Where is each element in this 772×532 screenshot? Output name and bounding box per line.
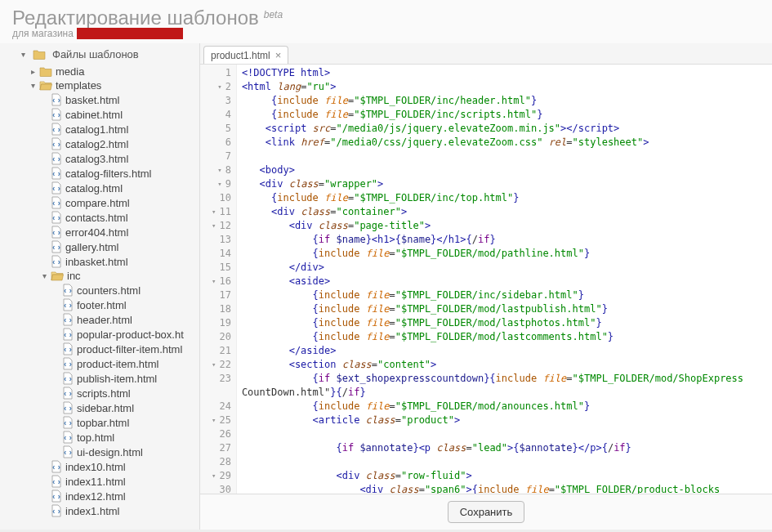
code-editor[interactable]: 1▾234567▾8▾910▾11▾12131415▾161718192021▾… bbox=[200, 65, 772, 494]
tree-item-label: ui-design.html bbox=[77, 446, 143, 458]
tree-item-label: templates bbox=[56, 79, 101, 92]
file-html-icon bbox=[62, 342, 74, 355]
file-tree-sidebar[interactable]: ▾ Файлы шаблонов ▸media▾templatesbasket.… bbox=[0, 43, 200, 530]
file-html-icon bbox=[62, 445, 74, 458]
file-html-icon bbox=[51, 226, 62, 239]
file-html-icon bbox=[51, 504, 62, 517]
file-html-icon bbox=[51, 108, 62, 121]
tree-item-label: contacts.html bbox=[65, 212, 128, 224]
tree-file[interactable]: product-filter-item.html bbox=[0, 342, 199, 356]
tree-file[interactable]: catalog2.html bbox=[0, 136, 199, 151]
tree-file[interactable]: header.html bbox=[0, 312, 199, 327]
tree-item-label: catalog.html bbox=[65, 182, 123, 194]
file-html-icon bbox=[51, 167, 62, 180]
file-html-icon bbox=[51, 460, 62, 473]
tree-item-label: product-item.html bbox=[77, 358, 158, 370]
tree-file[interactable]: footer.html bbox=[0, 297, 199, 312]
tree-file[interactable]: ui-design.html bbox=[0, 445, 199, 459]
tree-item-label: index12.html bbox=[65, 490, 126, 503]
tree-file[interactable]: product-item.html bbox=[0, 356, 199, 371]
tree-item-label: top.html bbox=[77, 431, 114, 444]
folder-icon bbox=[39, 66, 52, 77]
subtitle-text: для магазина bbox=[12, 28, 74, 39]
tree-file[interactable]: publish-item.html bbox=[0, 371, 199, 386]
tree-file[interactable]: gallery.html bbox=[0, 239, 199, 254]
tree-file[interactable]: counters.html bbox=[0, 283, 199, 297]
tree-item-label: index10.html bbox=[65, 461, 126, 473]
collapse-icon[interactable]: ▾ bbox=[18, 50, 28, 60]
close-icon[interactable]: × bbox=[275, 49, 282, 61]
tree-item-label: basket.html bbox=[65, 94, 119, 106]
tree-file[interactable]: index1.html bbox=[0, 503, 199, 518]
tree-file[interactable]: catalog1.html bbox=[0, 122, 199, 136]
tree-item-label: cabinet.html bbox=[65, 109, 123, 121]
tree-file[interactable]: index10.html bbox=[0, 459, 199, 474]
tree-item-label: gallery.html bbox=[65, 241, 119, 253]
editor-footer: Сохранить bbox=[200, 494, 772, 530]
tree-file[interactable]: catalog-filters.html bbox=[0, 166, 199, 181]
page-title: Редактирование шаблонов bbox=[12, 7, 259, 29]
tree-item-label: publish-item.html bbox=[77, 373, 157, 385]
tree-item-label: header.html bbox=[77, 314, 132, 326]
file-html-icon bbox=[62, 313, 74, 326]
tree-file[interactable]: catalog3.html bbox=[0, 151, 199, 166]
tree-file[interactable]: top.html bbox=[0, 430, 199, 445]
collapse-icon[interactable]: ▾ bbox=[39, 271, 49, 281]
tree-file[interactable]: error404.html bbox=[0, 225, 199, 239]
tree-file[interactable]: basket.html bbox=[0, 92, 199, 107]
tree-file[interactable]: topbar.html bbox=[0, 415, 199, 430]
tree-folder[interactable]: ▸media bbox=[0, 65, 199, 78]
tree-item-label: media bbox=[56, 65, 84, 78]
file-html-icon bbox=[62, 328, 74, 341]
tree-item-label: catalog1.html bbox=[65, 123, 128, 136]
editor-tabs: product1.html × bbox=[200, 43, 772, 65]
tree-folder[interactable]: ▾inc bbox=[0, 269, 199, 283]
collapse-icon[interactable]: ▾ bbox=[28, 81, 38, 91]
file-html-icon bbox=[51, 240, 62, 253]
tree-file[interactable]: index12.html bbox=[0, 489, 199, 503]
editor-area: product1.html × 1▾234567▾8▾910▾11▾121314… bbox=[200, 43, 772, 530]
file-html-icon bbox=[62, 357, 74, 370]
tree-file[interactable]: index11.html bbox=[0, 474, 199, 489]
tree-item-label: error404.html bbox=[65, 226, 128, 239]
tree-file[interactable]: inbasket.html bbox=[0, 254, 199, 269]
shop-name-redacted bbox=[77, 28, 183, 39]
file-tree: ▸media▾templatesbasket.htmlcabinet.htmlc… bbox=[0, 65, 199, 518]
tree-file[interactable]: cabinet.html bbox=[0, 107, 199, 122]
file-html-icon bbox=[62, 298, 74, 311]
file-html-icon bbox=[51, 490, 62, 503]
page-header: Редактирование шаблонов beta для магазин… bbox=[0, 0, 772, 43]
tree-root[interactable]: ▾ Файлы шаблонов bbox=[0, 47, 199, 65]
tree-item-label: counters.html bbox=[77, 284, 141, 297]
file-html-icon bbox=[51, 152, 62, 165]
file-html-icon bbox=[62, 401, 74, 414]
file-html-icon bbox=[51, 255, 62, 268]
file-html-icon bbox=[51, 93, 62, 106]
tree-item-label: catalog3.html bbox=[65, 153, 128, 165]
tree-file[interactable]: scripts.html bbox=[0, 386, 199, 400]
tab-product1[interactable]: product1.html × bbox=[203, 46, 288, 64]
code-content[interactable]: <!DOCTYPE html><html lang="ru"> {include… bbox=[237, 65, 748, 494]
tree-file[interactable]: compare.html bbox=[0, 195, 199, 210]
save-button[interactable]: Сохранить bbox=[448, 501, 525, 523]
tree-item-label: compare.html bbox=[65, 197, 130, 209]
tree-file[interactable]: popular-product-box.ht bbox=[0, 327, 199, 342]
tree-file[interactable]: contacts.html bbox=[0, 210, 199, 225]
file-html-icon bbox=[51, 123, 62, 136]
tree-item-label: catalog2.html bbox=[65, 138, 128, 150]
file-html-icon bbox=[51, 181, 62, 194]
file-html-icon bbox=[62, 431, 74, 444]
tree-item-label: inbasket.html bbox=[65, 256, 128, 268]
tree-item-label: scripts.html bbox=[77, 387, 131, 400]
file-html-icon bbox=[51, 211, 62, 224]
file-html-icon bbox=[51, 137, 62, 150]
tree-item-label: index1.html bbox=[65, 505, 119, 517]
tab-label: product1.html bbox=[211, 50, 270, 61]
expand-icon[interactable]: ▸ bbox=[28, 67, 38, 77]
file-html-icon bbox=[51, 196, 62, 209]
tree-file[interactable]: catalog.html bbox=[0, 181, 199, 195]
tree-item-label: footer.html bbox=[77, 299, 127, 311]
folder-open-icon bbox=[51, 270, 64, 281]
tree-folder[interactable]: ▾templates bbox=[0, 78, 199, 92]
tree-file[interactable]: sidebar.html bbox=[0, 400, 199, 415]
